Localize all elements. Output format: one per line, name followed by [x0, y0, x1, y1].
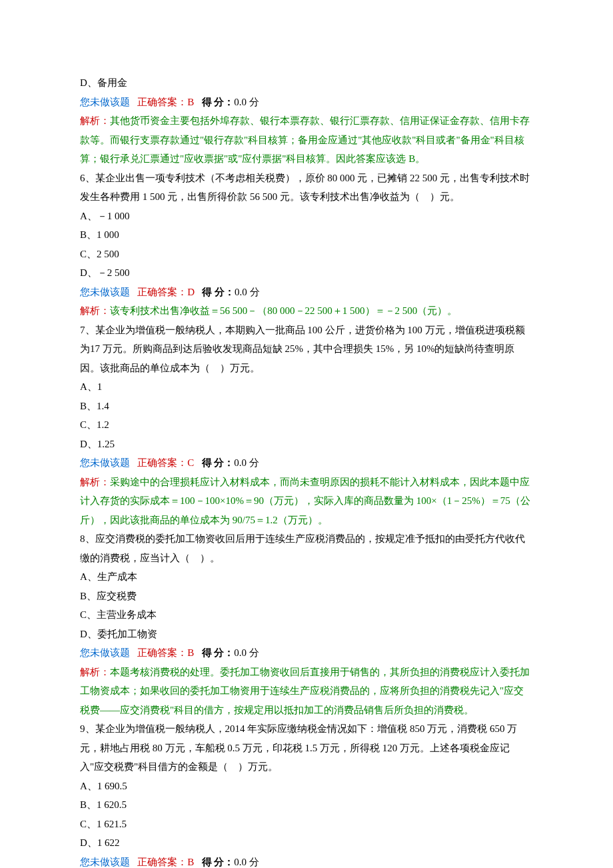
explanation: 解析：本题考核消费税的处理。委托加工物资收回后直接用于销售的，其所负担的消费税应…	[80, 667, 530, 715]
explain-label: 解析：	[80, 477, 110, 487]
score-label: 得 分：	[202, 97, 235, 107]
explain-text: 其他货币资金主要包括外埠存款、银行本票存款、银行汇票存款、信用证保证金存款、信用…	[80, 115, 530, 164]
explanation: 解析：其他货币资金主要包括外埠存款、银行本票存款、银行汇票存款、信用证保证金存款…	[80, 115, 530, 164]
score-value: 0.0	[234, 97, 247, 107]
score-label: 得 分：	[202, 647, 235, 658]
score-suffix: 分	[247, 457, 259, 468]
correct-answer-label: 正确答案：B	[137, 857, 194, 867]
not-answered-text: 您未做该题	[80, 97, 130, 107]
correct-answer-label: 正确答案：B	[137, 97, 194, 107]
score-value: 0.0	[235, 287, 247, 297]
explain-label: 解析：	[80, 115, 110, 126]
option-a: A、－1 000	[80, 207, 533, 226]
option-b: B、1.4	[80, 397, 533, 416]
score-label: 得 分：	[202, 457, 235, 468]
score-value: 0.0	[234, 857, 247, 867]
answer-status-line: 您未做该题 正确答案：B 得 分：0.0 分	[80, 93, 533, 112]
score-label: 得 分：	[202, 857, 235, 867]
option-d: D、委托加工物资	[80, 625, 533, 644]
not-answered-text: 您未做该题	[80, 647, 130, 658]
answer-status-line: 您未做该题 正确答案：B 得 分：0.0 分	[80, 853, 533, 869]
score-value: 0.0	[234, 457, 247, 468]
correct-answer-label: 正确答案：C	[137, 457, 194, 468]
explain-text: 本题考核消费税的处理。委托加工物资收回后直接用于销售的，其所负担的消费税应计入委…	[80, 667, 530, 715]
explain-text: 采购途中的合理损耗应计入材料成本，而尚未查明原因的损耗不能计入材料成本，因此本题…	[80, 477, 530, 525]
question-5-tail: D、备用金 您未做该题 正确答案：B 得 分：0.0 分 解析：其他货币资金主要…	[80, 73, 533, 169]
not-answered-text: 您未做该题	[80, 287, 130, 297]
correct-answer-label: 正确答案：D	[137, 287, 195, 297]
option-d: D、－2 500	[80, 263, 533, 283]
question-8: 8、应交消费税的委托加工物资收回后用于连续生产应税消费品的，按规定准予抵扣的由受…	[80, 529, 533, 719]
option-d: D、1.25	[80, 435, 533, 454]
question-9: 9、某企业为增值税一般纳税人，2014 年实际应缴纳税金情况如下：增值税 850…	[80, 719, 533, 868]
option-a: A、1	[80, 377, 533, 397]
option-b: B、应交税费	[80, 587, 533, 606]
option-a: A、生产成本	[80, 567, 533, 587]
explanation: 解析：该专利技术出售净收益＝56 500－（80 000－22 500＋1 50…	[80, 305, 457, 316]
score-label: 得 分：	[202, 287, 235, 297]
option-a: A、1 690.5	[80, 777, 533, 796]
explain-label: 解析：	[80, 305, 110, 316]
not-answered-text: 您未做该题	[80, 457, 130, 468]
question-7: 7、某企业为增值税一般纳税人，本期购入一批商品 100 公斤，进货价格为 100…	[80, 321, 533, 530]
option-d: D、备用金	[80, 73, 533, 93]
correct-answer-label: 正确答案：B	[137, 647, 194, 658]
answer-status-line: 您未做该题 正确答案：C 得 分：0.0 分	[80, 453, 533, 473]
explain-label: 解析：	[80, 667, 110, 677]
question-stem: 8、应交消费税的委托加工物资收回后用于连续生产应税消费品的，按规定准予抵扣的由受…	[80, 533, 525, 563]
explain-text: 该专利技术出售净收益＝56 500－（80 000－22 500＋1 500）＝…	[110, 305, 457, 316]
option-b: B、1 620.5	[80, 795, 533, 815]
question-6: 6、某企业出售一项专利技术（不考虑相关税费），原价 80 000 元，已摊销 2…	[80, 169, 533, 321]
answer-status-line: 您未做该题 正确答案：B 得 分：0.0 分	[80, 643, 533, 663]
score-suffix: 分	[247, 97, 259, 107]
option-d: D、1 622	[80, 833, 533, 853]
option-c: C、1.2	[80, 415, 533, 435]
option-c: C、2 500	[80, 245, 533, 264]
explanation: 解析：采购途中的合理损耗应计入材料成本，而尚未查明原因的损耗不能计入材料成本，因…	[80, 477, 530, 525]
score-suffix: 分	[247, 857, 259, 867]
not-answered-text: 您未做该题	[80, 857, 130, 867]
score-suffix: 分	[247, 647, 259, 658]
answer-status-line: 您未做该题 正确答案：D 得 分：0.0 分	[80, 283, 533, 302]
option-b: B、1 000	[80, 225, 533, 245]
question-stem: 9、某企业为增值税一般纳税人，2014 年实际应缴纳税金情况如下：增值税 850…	[80, 723, 517, 772]
score-value: 0.0	[234, 647, 247, 658]
option-c: C、1 621.5	[80, 815, 533, 834]
score-suffix: 分	[247, 287, 260, 297]
question-stem: 6、某企业出售一项专利技术（不考虑相关税费），原价 80 000 元，已摊销 2…	[80, 173, 530, 203]
question-stem: 7、某企业为增值税一般纳税人，本期购入一批商品 100 公斤，进货价格为 100…	[80, 325, 525, 373]
option-c: C、主营业务成本	[80, 605, 533, 625]
